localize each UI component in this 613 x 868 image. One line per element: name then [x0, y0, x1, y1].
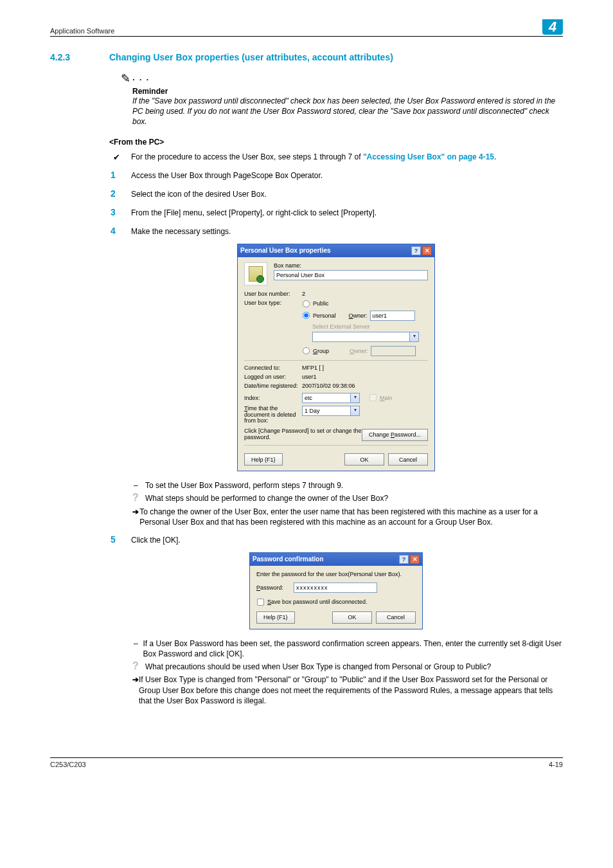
save-password-label: Save box password until disconnected. — [267, 599, 368, 605]
step-4-number: 4 — [109, 225, 131, 237]
running-head-text: Application Software — [50, 27, 114, 35]
dash-icon: – — [131, 480, 145, 491]
note-question-1: ? What steps should be performed to chan… — [131, 493, 563, 503]
note-answer-1: ➔ To change the owner of the User Box, e… — [131, 507, 563, 527]
note-question-2-text: What precautions should be used when Use… — [145, 662, 491, 672]
type-personal-label: Personal — [313, 312, 336, 319]
chevron-down-icon: ▾ — [350, 406, 359, 415]
note-question-2: ? What precautions should be used when U… — [131, 662, 563, 672]
prereq-text-prefix: For the procedure to access the User Box… — [131, 152, 363, 161]
note-question-1-text: What steps should be performed to change… — [145, 493, 388, 503]
dialog2-help-button[interactable]: Help (F1) — [256, 611, 295, 624]
user-box-icon — [244, 262, 267, 285]
step-1-text: Access the User Box through PageScope Bo… — [131, 169, 563, 181]
box-number-label: User box number: — [244, 291, 302, 297]
connected-value: MFP1 [ ] — [302, 365, 324, 371]
step-5-number: 5 — [109, 534, 131, 546]
type-public-radio[interactable] — [303, 300, 310, 307]
footer-right: 4-19 — [549, 761, 563, 768]
type-group-radio[interactable] — [303, 347, 310, 354]
reminder-body: If the "Save box password until disconne… — [132, 96, 563, 127]
dialog2-titlebar: Password confirmation ? ✕ — [250, 553, 422, 566]
logged-user-label: Logged on user: — [244, 374, 302, 380]
running-header: Application Software 4 — [50, 19, 563, 37]
datetime-value: 2007/10/02 09:38:06 — [302, 383, 355, 389]
step-3: 3 From the [File] menu, select [Property… — [109, 206, 563, 219]
owner-input[interactable] — [370, 311, 415, 321]
dialog1-title: Personal User Box properties — [240, 247, 331, 254]
prereq-link[interactable]: "Accessing User Box" on page 4-15 — [363, 152, 494, 161]
prereq-text-suffix: . — [494, 152, 496, 161]
group-owner-input — [371, 346, 416, 356]
step-1-number: 1 — [109, 169, 131, 181]
owner-label: Owner: — [349, 312, 368, 319]
dash-icon: – — [131, 638, 143, 659]
step-2-number: 2 — [109, 188, 131, 200]
note-dash-1: – To set the User Box Password, perform … — [131, 480, 563, 491]
note-answer-1-text: To change the owner of the User Box, ent… — [139, 507, 563, 527]
type-public-label: Public — [313, 300, 329, 307]
help-titlebar-button[interactable]: ? — [411, 246, 421, 255]
index-value: etc — [305, 395, 312, 401]
dialog1-cancel-button[interactable]: Cancel — [388, 453, 428, 466]
save-password-checkbox[interactable] — [257, 599, 264, 606]
dialog1-titlebar: Personal User Box properties ? ✕ — [238, 244, 434, 257]
dialog1-ok-button[interactable]: OK — [344, 453, 384, 466]
from-pc-heading: <From the PC> — [109, 138, 563, 147]
boxname-label: Box name: — [274, 262, 428, 269]
step-1: 1 Access the User Box through PageScope … — [109, 169, 563, 181]
external-server-combo: ▾ — [312, 332, 419, 342]
note-ellipsis: . . . — [132, 73, 150, 82]
section-title: Changing User Box properties (user attri… — [109, 52, 393, 62]
question-icon: ? — [131, 662, 145, 672]
password-label: Password: — [256, 584, 294, 591]
external-server-label: Select External Server — [312, 323, 428, 330]
step-3-text: From the [File] menu, select [Property],… — [131, 206, 563, 219]
help-titlebar-button[interactable]: ? — [399, 555, 409, 564]
user-box-properties-dialog: Personal User Box properties ? ✕ Box nam… — [237, 244, 435, 471]
step-4-text: Make the necessary settings. — [131, 225, 563, 237]
index-combo[interactable]: etc ▾ — [302, 393, 360, 403]
logged-user-value: user1 — [302, 374, 317, 380]
close-titlebar-button[interactable]: ✕ — [410, 555, 420, 564]
note-dash-2-text: If a User Box Password has been set, the… — [143, 638, 563, 659]
arrow-icon: ➔ — [131, 674, 139, 706]
main-checkbox-label: Main — [380, 395, 393, 401]
type-group-label: Group — [313, 348, 329, 354]
retention-combo[interactable]: 1 Day ▾ — [302, 406, 360, 416]
page-footer: C253/C203 4-19 — [50, 757, 563, 768]
change-password-button[interactable]: Change Password... — [362, 429, 428, 441]
group-owner-label: Owner: — [350, 348, 368, 354]
box-type-label: User box type: — [244, 300, 302, 306]
footer-left: C253/C203 — [50, 761, 86, 768]
index-label: Index: — [244, 395, 302, 401]
step-5-text: Click the [OK]. — [131, 534, 563, 546]
retention-value: 1 Day — [305, 408, 320, 414]
checkmark-icon: ✔ — [109, 152, 131, 163]
prerequisite-row: ✔ For the procedure to access the User B… — [109, 152, 563, 163]
dialog1-help-button[interactable]: Help (F1) — [244, 453, 283, 466]
step-2-text: Select the icon of the desired User Box. — [131, 188, 563, 200]
note-icon: ✎ — [121, 72, 130, 85]
datetime-label: Date/time registered: — [244, 383, 302, 389]
step-4: 4 Make the necessary settings. — [109, 225, 563, 237]
main-checkbox — [369, 394, 377, 401]
chevron-down-icon: ▾ — [350, 393, 359, 402]
step-2: 2 Select the icon of the desired User Bo… — [109, 188, 563, 200]
dialog2-ok-button[interactable]: OK — [332, 611, 372, 624]
section-heading: 4.2.3 Changing User Box properties (user… — [50, 52, 563, 62]
boxname-input[interactable] — [274, 270, 428, 280]
password-confirmation-dialog: Password confirmation ? ✕ Enter the pass… — [249, 552, 423, 629]
note-dash-2: – If a User Box Password has been set, t… — [131, 638, 563, 659]
question-icon: ? — [131, 493, 145, 503]
note-answer-2-text: If User Box Type is changed from "Person… — [139, 674, 563, 706]
reminder-note: ✎ . . . Reminder If the "Save box passwo… — [121, 71, 563, 127]
retention-label: Time that the document is deleted from b… — [244, 406, 302, 425]
dialog2-cancel-button[interactable]: Cancel — [376, 611, 416, 624]
box-number-value: 2 — [302, 291, 305, 297]
type-personal-radio[interactable] — [303, 312, 310, 319]
password-input[interactable] — [294, 583, 377, 593]
close-titlebar-button[interactable]: ✕ — [422, 246, 432, 255]
dialog2-prompt: Enter the password for the user box(Pers… — [256, 571, 416, 577]
change-password-hint: Click [Change Password] to set or change… — [244, 428, 362, 441]
